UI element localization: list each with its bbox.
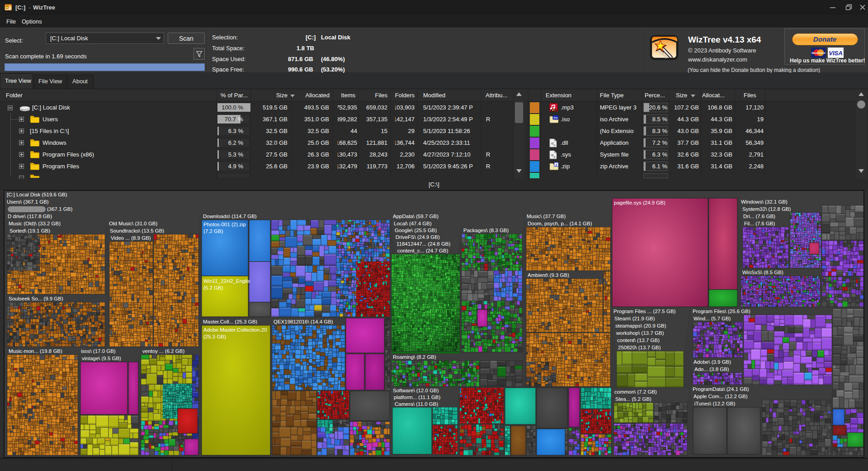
svg-text:Program Files ... (27.5 GB): Program Files ... (27.5 GB) — [613, 309, 676, 314]
svg-text:ventoy ... (6.2 GB): ventoy ... (6.2 GB) — [142, 348, 184, 354]
svg-text:Music-mon... (19.8 GB): Music-mon... (19.8 GB) — [9, 348, 62, 354]
svg-text:Program Files\ (25.6 GB): Program Files\ (25.6 GB) — [693, 309, 750, 314]
svg-text:Downloads\ (114.7 GB): Downloads\ (114.7 GB) — [203, 214, 257, 219]
svg-text:WinSxS\ (8.5 GB): WinSxS\ (8.5 GB) — [742, 270, 783, 275]
svg-text:Master.Coll... (25.3 GB): Master.Coll... (25.3 GB) — [203, 319, 257, 324]
svg-text:Old Music\ (31.0 GB): Old Music\ (31.0 GB) — [109, 221, 158, 226]
svg-text:Packages\ (8.3 GB): Packages\ (8.3 GB) — [463, 228, 509, 233]
svg-text:Ado... (3.8 GB): Ado... (3.8 GB) — [694, 366, 729, 372]
svg-text:Dri... (7.6 GB): Dri... (7.6 GB) — [743, 214, 775, 219]
svg-text:Wind... (5.7 GB): Wind... (5.7 GB) — [693, 316, 731, 321]
svg-text:steamapps\ (20.9 GB): steamapps\ (20.9 GB) — [615, 323, 666, 328]
svg-text:Soulseek So... (9.9 GB): Soulseek So... (9.9 GB) — [9, 296, 63, 301]
svg-text:Photos-001 (2).zip: Photos-001 (2).zip — [203, 222, 246, 227]
svg-text:isos\ (17.0 GB): isos\ (17.0 GB) — [81, 348, 116, 354]
svg-text:Win11_22H2_Englis: Win11_22H2_Englis — [203, 278, 250, 284]
svg-text:D drive\ (117.8 GB): D drive\ (117.8 GB) — [8, 214, 52, 219]
svg-text:Users\ (367.1 GB): Users\ (367.1 GB) — [7, 199, 49, 205]
svg-text:QEX19812016\ (14.4 GB): QEX19812016\ (14.4 GB) — [274, 319, 333, 324]
svg-text:Music (Old)\ (33.2 GB): Music (Old)\ (33.2 GB) — [9, 221, 61, 226]
svg-text:[C:] Local Disk (519.6 GB): [C:] Local Disk (519.6 GB) — [7, 192, 67, 197]
svg-text:System32\ (12.8 GB): System32\ (12.8 GB) — [742, 206, 791, 212]
svg-text:(367.1 GB): (367.1 GB) — [47, 206, 72, 212]
svg-text:Sorted\ (19.1 GB): Sorted\ (19.1 GB) — [9, 228, 50, 233]
svg-text:Soundtracks\ (13.5 GB): Soundtracks\ (13.5 GB) — [110, 228, 164, 233]
svg-text:vintage\ (9.5 GB): vintage\ (9.5 GB) — [82, 356, 121, 361]
svg-text:platform... (11.1 GB): platform... (11.1 GB) — [394, 395, 440, 400]
svg-text:(25.3 GB): (25.3 GB) — [203, 334, 226, 339]
svg-text:Ambient\ (9.3 GB): Ambient\ (9.3 GB) — [528, 272, 569, 278]
svg-text:(5.2 GB): (5.2 GB) — [203, 285, 223, 290]
svg-text:Doom, psych, p... (14.1 GB): Doom, psych, p... (14.1 GB) — [528, 221, 592, 226]
svg-text:iTunes\ (12.2 GB): iTunes\ (12.2 GB) — [694, 401, 736, 406]
svg-text:Music\ (37.7 GB): Music\ (37.7 GB) — [527, 214, 566, 219]
svg-text:Camera\ (11.0 GB): Camera\ (11.0 GB) — [395, 401, 438, 407]
svg-text:Steam\ (21.9 GB): Steam\ (21.9 GB) — [614, 316, 655, 321]
svg-text:Apple Com... (12.2 GB): Apple Com... (12.2 GB) — [693, 394, 748, 399]
svg-text:common\ (7.2 GB): common\ (7.2 GB) — [614, 389, 657, 395]
svg-text:pagefile.sys (24.9 GB): pagefile.sys (24.9 GB) — [614, 200, 665, 205]
svg-text:Windows\ (32.1 GB): Windows\ (32.1 GB) — [741, 199, 788, 205]
svg-text:250820\ (13.7 GB): 250820\ (13.7 GB) — [618, 345, 661, 350]
svg-text:Fil... (7.6 GB): Fil... (7.6 GB) — [744, 221, 775, 226]
svg-text:Roaming\ (8.2 GB): Roaming\ (8.2 GB) — [393, 354, 436, 360]
svg-text:ProgramData\ (24.1 GB): ProgramData\ (24.1 GB) — [693, 386, 749, 392]
svg-text:content_c... (24.7 GB): content_c... (24.7 GB) — [397, 248, 448, 253]
svg-text:content\ (13.7 GB): content\ (13.7 GB) — [617, 338, 660, 343]
svg-text:DriveFS\ (24.9 GB): DriveFS\ (24.9 GB) — [396, 234, 440, 240]
svg-text:Stea... (5.2 GB): Stea... (5.2 GB) — [615, 396, 651, 402]
svg-text:Software\ (12.0 GB): Software\ (12.0 GB) — [393, 388, 439, 393]
svg-text:Adobe.Master.Collection.20: Adobe.Master.Collection.20 — [203, 327, 267, 333]
svg-text:workshop\ (13.7 GB): workshop\ (13.7 GB) — [616, 330, 664, 336]
svg-text:AppData\ (59.7 GB): AppData\ (59.7 GB) — [393, 214, 439, 219]
svg-text:Local\ (47.4 GB): Local\ (47.4 GB) — [394, 221, 432, 226]
svg-text:(7.2 GB): (7.2 GB) — [203, 228, 223, 234]
svg-text:Video ... (8.9 GB): Video ... (8.9 GB) — [111, 235, 151, 241]
svg-text:118412447... (24.8 GB): 118412447... (24.8 GB) — [396, 241, 451, 247]
svg-text:Google\ (25.5 GB): Google\ (25.5 GB) — [395, 228, 437, 233]
svg-text:Adobe\ (3.9 GB): Adobe\ (3.9 GB) — [693, 359, 731, 365]
